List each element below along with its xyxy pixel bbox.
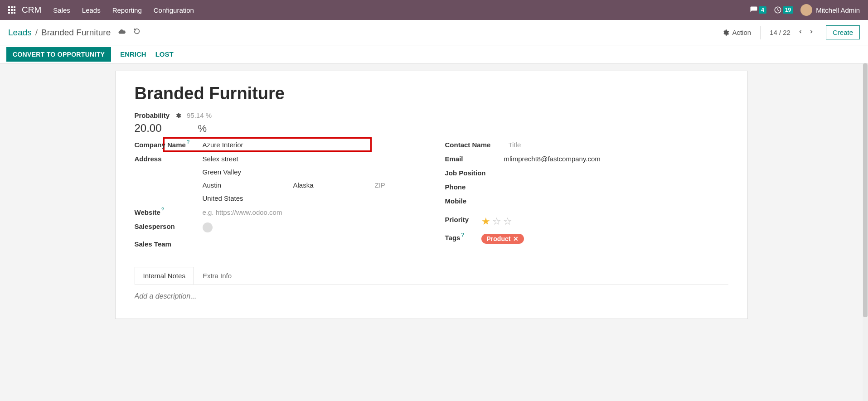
job-input[interactable] bbox=[504, 169, 728, 177]
help-icon[interactable]: ? bbox=[461, 232, 464, 237]
probability-hint: 95.14 % bbox=[187, 111, 212, 119]
scrollbar-thumb[interactable] bbox=[863, 63, 868, 317]
job-label: Job Position bbox=[445, 169, 504, 177]
lost-button[interactable]: LOST bbox=[155, 50, 174, 58]
tags-label: Tags bbox=[445, 234, 461, 242]
website-label: Website bbox=[135, 208, 160, 216]
chevron-right-icon bbox=[809, 29, 814, 35]
chat-icon bbox=[750, 6, 758, 14]
app-brand[interactable]: CRM bbox=[22, 5, 41, 15]
probability-pct: % bbox=[198, 123, 207, 135]
enrich-button[interactable]: ENRICH bbox=[120, 50, 146, 58]
nav-reporting[interactable]: Reporting bbox=[112, 6, 142, 14]
avatar bbox=[800, 4, 812, 16]
star-icon[interactable]: ☆ bbox=[503, 216, 514, 227]
cloud-save-icon[interactable] bbox=[118, 28, 126, 38]
lead-title[interactable]: Branded Furniture bbox=[135, 84, 728, 103]
address-label: Address bbox=[135, 155, 203, 163]
gear-icon[interactable] bbox=[175, 112, 181, 119]
messages-badge: 4 bbox=[759, 6, 766, 14]
action-label: Action bbox=[732, 29, 751, 36]
country-input[interactable] bbox=[203, 194, 418, 202]
priority-stars[interactable]: ★☆☆ bbox=[481, 216, 728, 227]
tab-internal-notes[interactable]: Internal Notes bbox=[135, 267, 194, 285]
form-sheet: Branded Furniture Probability 95.14 % 20… bbox=[115, 71, 748, 319]
action-menu[interactable]: Action bbox=[722, 29, 751, 36]
email-input[interactable] bbox=[504, 155, 728, 163]
salesteam-label: Sales Team bbox=[135, 240, 203, 248]
gear-icon bbox=[722, 29, 729, 36]
clock-icon bbox=[774, 6, 782, 14]
priority-label: Priority bbox=[445, 216, 481, 227]
create-button[interactable]: Create bbox=[826, 25, 860, 39]
salesperson-label: Salesperson bbox=[135, 222, 203, 234]
title-input[interactable] bbox=[509, 141, 728, 149]
salesperson-avatar[interactable] bbox=[203, 222, 213, 232]
star-icon[interactable]: ★ bbox=[481, 216, 492, 227]
tag-label: Product bbox=[487, 235, 511, 242]
convert-button[interactable]: CONVERT TO OPPORTUNITY bbox=[6, 47, 111, 62]
contact-label: Contact Name bbox=[445, 141, 504, 149]
tag-chip[interactable]: Product ✕ bbox=[481, 234, 524, 244]
user-name: Mitchell Admin bbox=[816, 6, 860, 14]
pager-text[interactable]: 14 / 22 bbox=[770, 29, 790, 36]
probability-label: Probability bbox=[135, 111, 170, 119]
company-label: Company Name bbox=[135, 141, 186, 149]
city-input[interactable] bbox=[203, 181, 284, 189]
help-icon[interactable]: ? bbox=[161, 207, 164, 212]
description-input[interactable] bbox=[135, 292, 728, 300]
phone-input[interactable] bbox=[504, 183, 728, 191]
help-icon[interactable]: ? bbox=[187, 139, 189, 145]
breadcrumb-root[interactable]: Leads bbox=[8, 28, 32, 38]
chevron-left-icon bbox=[798, 29, 803, 35]
mobile-label: Mobile bbox=[445, 197, 504, 205]
close-icon[interactable]: ✕ bbox=[513, 235, 519, 242]
company-input[interactable] bbox=[203, 141, 418, 149]
messages-button[interactable]: 4 bbox=[750, 6, 766, 14]
discard-icon[interactable] bbox=[133, 28, 141, 38]
user-menu[interactable]: Mitchell Admin bbox=[800, 4, 860, 16]
breadcrumb-current: Branded Furniture bbox=[41, 28, 111, 38]
salesteam-input[interactable] bbox=[203, 240, 418, 248]
street-input[interactable] bbox=[203, 155, 418, 163]
zip-input[interactable] bbox=[375, 181, 411, 189]
scrollbar[interactable] bbox=[863, 63, 868, 401]
breadcrumb-sep: / bbox=[35, 28, 38, 38]
email-label: Email bbox=[445, 155, 504, 163]
apps-icon[interactable] bbox=[8, 6, 15, 14]
nav-sales[interactable]: Sales bbox=[53, 6, 70, 14]
tab-extra-info[interactable]: Extra Info bbox=[194, 267, 240, 285]
probability-input[interactable]: 20.00 bbox=[135, 122, 166, 135]
phone-label: Phone bbox=[445, 183, 504, 191]
divider bbox=[760, 26, 761, 39]
activities-badge: 19 bbox=[783, 6, 793, 14]
website-input[interactable] bbox=[203, 208, 418, 216]
mobile-input[interactable] bbox=[504, 197, 728, 205]
nav-leads[interactable]: Leads bbox=[82, 6, 101, 14]
pager-next[interactable] bbox=[806, 27, 817, 38]
nav-configuration[interactable]: Configuration bbox=[154, 6, 194, 14]
star-icon[interactable]: ☆ bbox=[492, 216, 503, 227]
state-input[interactable] bbox=[293, 181, 366, 189]
street2-input[interactable] bbox=[203, 168, 418, 176]
pager-prev[interactable] bbox=[795, 27, 806, 38]
activities-button[interactable]: 19 bbox=[774, 6, 793, 14]
